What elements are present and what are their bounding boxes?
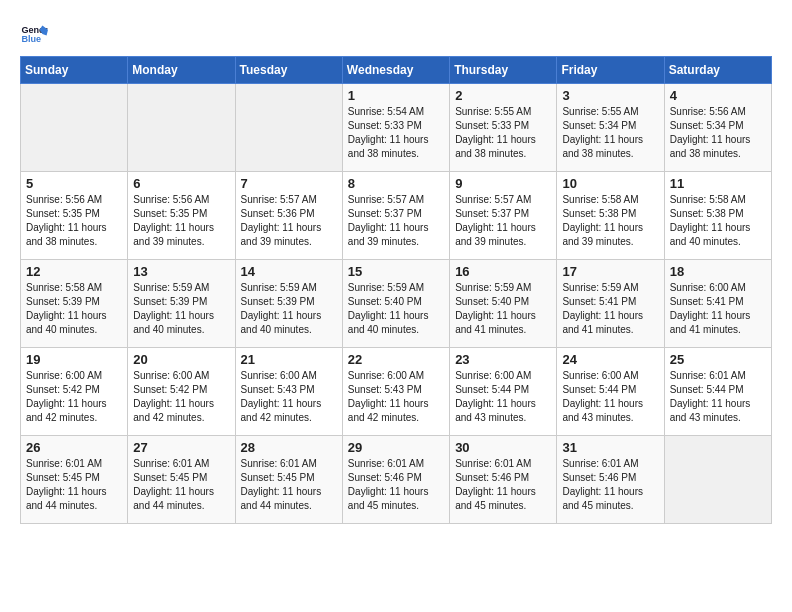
day-info: Sunrise: 5:59 AMSunset: 5:41 PMDaylight:…: [562, 281, 658, 337]
calendar-week-4: 26Sunrise: 6:01 AMSunset: 5:45 PMDayligh…: [21, 436, 772, 524]
day-number: 19: [26, 352, 122, 367]
calendar-cell: 23Sunrise: 6:00 AMSunset: 5:44 PMDayligh…: [450, 348, 557, 436]
calendar-table: SundayMondayTuesdayWednesdayThursdayFrid…: [20, 56, 772, 524]
day-info: Sunrise: 5:54 AMSunset: 5:33 PMDaylight:…: [348, 105, 444, 161]
calendar-cell: 6Sunrise: 5:56 AMSunset: 5:35 PMDaylight…: [128, 172, 235, 260]
calendar-cell: 24Sunrise: 6:00 AMSunset: 5:44 PMDayligh…: [557, 348, 664, 436]
day-number: 23: [455, 352, 551, 367]
day-info: Sunrise: 5:59 AMSunset: 5:40 PMDaylight:…: [348, 281, 444, 337]
calendar-cell: 15Sunrise: 5:59 AMSunset: 5:40 PMDayligh…: [342, 260, 449, 348]
day-info: Sunrise: 5:59 AMSunset: 5:40 PMDaylight:…: [455, 281, 551, 337]
day-info: Sunrise: 6:01 AMSunset: 5:45 PMDaylight:…: [241, 457, 337, 513]
day-number: 24: [562, 352, 658, 367]
day-info: Sunrise: 6:00 AMSunset: 5:43 PMDaylight:…: [348, 369, 444, 425]
calendar-cell: 17Sunrise: 5:59 AMSunset: 5:41 PMDayligh…: [557, 260, 664, 348]
calendar-cell: 11Sunrise: 5:58 AMSunset: 5:38 PMDayligh…: [664, 172, 771, 260]
day-info: Sunrise: 5:58 AMSunset: 5:39 PMDaylight:…: [26, 281, 122, 337]
header-saturday: Saturday: [664, 57, 771, 84]
day-number: 2: [455, 88, 551, 103]
day-number: 13: [133, 264, 229, 279]
day-info: Sunrise: 5:57 AMSunset: 5:37 PMDaylight:…: [455, 193, 551, 249]
logo: General Blue: [20, 20, 52, 48]
day-info: Sunrise: 5:59 AMSunset: 5:39 PMDaylight:…: [241, 281, 337, 337]
day-info: Sunrise: 6:00 AMSunset: 5:42 PMDaylight:…: [133, 369, 229, 425]
calendar-cell: 9Sunrise: 5:57 AMSunset: 5:37 PMDaylight…: [450, 172, 557, 260]
day-info: Sunrise: 6:01 AMSunset: 5:46 PMDaylight:…: [562, 457, 658, 513]
day-number: 17: [562, 264, 658, 279]
day-info: Sunrise: 5:56 AMSunset: 5:35 PMDaylight:…: [26, 193, 122, 249]
day-info: Sunrise: 5:57 AMSunset: 5:37 PMDaylight:…: [348, 193, 444, 249]
calendar-cell: [664, 436, 771, 524]
calendar-cell: 31Sunrise: 6:01 AMSunset: 5:46 PMDayligh…: [557, 436, 664, 524]
calendar-cell: 27Sunrise: 6:01 AMSunset: 5:45 PMDayligh…: [128, 436, 235, 524]
day-number: 10: [562, 176, 658, 191]
day-number: 29: [348, 440, 444, 455]
header-thursday: Thursday: [450, 57, 557, 84]
day-number: 28: [241, 440, 337, 455]
day-info: Sunrise: 6:01 AMSunset: 5:46 PMDaylight:…: [455, 457, 551, 513]
calendar-cell: [235, 84, 342, 172]
calendar-cell: [128, 84, 235, 172]
day-number: 22: [348, 352, 444, 367]
day-number: 15: [348, 264, 444, 279]
day-number: 7: [241, 176, 337, 191]
day-number: 12: [26, 264, 122, 279]
calendar-week-2: 12Sunrise: 5:58 AMSunset: 5:39 PMDayligh…: [21, 260, 772, 348]
calendar-cell: 25Sunrise: 6:01 AMSunset: 5:44 PMDayligh…: [664, 348, 771, 436]
calendar-cell: 26Sunrise: 6:01 AMSunset: 5:45 PMDayligh…: [21, 436, 128, 524]
day-info: Sunrise: 5:59 AMSunset: 5:39 PMDaylight:…: [133, 281, 229, 337]
day-info: Sunrise: 6:00 AMSunset: 5:44 PMDaylight:…: [562, 369, 658, 425]
day-info: Sunrise: 6:01 AMSunset: 5:45 PMDaylight:…: [26, 457, 122, 513]
day-info: Sunrise: 6:00 AMSunset: 5:42 PMDaylight:…: [26, 369, 122, 425]
day-number: 18: [670, 264, 766, 279]
day-info: Sunrise: 6:01 AMSunset: 5:44 PMDaylight:…: [670, 369, 766, 425]
calendar-cell: 16Sunrise: 5:59 AMSunset: 5:40 PMDayligh…: [450, 260, 557, 348]
day-number: 14: [241, 264, 337, 279]
day-info: Sunrise: 5:55 AMSunset: 5:33 PMDaylight:…: [455, 105, 551, 161]
day-number: 8: [348, 176, 444, 191]
header-sunday: Sunday: [21, 57, 128, 84]
day-info: Sunrise: 6:00 AMSunset: 5:41 PMDaylight:…: [670, 281, 766, 337]
page-header: General Blue: [20, 20, 772, 48]
calendar-cell: 28Sunrise: 6:01 AMSunset: 5:45 PMDayligh…: [235, 436, 342, 524]
calendar-cell: 1Sunrise: 5:54 AMSunset: 5:33 PMDaylight…: [342, 84, 449, 172]
header-monday: Monday: [128, 57, 235, 84]
day-number: 27: [133, 440, 229, 455]
day-info: Sunrise: 5:57 AMSunset: 5:36 PMDaylight:…: [241, 193, 337, 249]
calendar-cell: 13Sunrise: 5:59 AMSunset: 5:39 PMDayligh…: [128, 260, 235, 348]
day-number: 11: [670, 176, 766, 191]
day-info: Sunrise: 6:01 AMSunset: 5:46 PMDaylight:…: [348, 457, 444, 513]
calendar-cell: 30Sunrise: 6:01 AMSunset: 5:46 PMDayligh…: [450, 436, 557, 524]
calendar-cell: 7Sunrise: 5:57 AMSunset: 5:36 PMDaylight…: [235, 172, 342, 260]
calendar-week-1: 5Sunrise: 5:56 AMSunset: 5:35 PMDaylight…: [21, 172, 772, 260]
calendar-cell: 14Sunrise: 5:59 AMSunset: 5:39 PMDayligh…: [235, 260, 342, 348]
calendar-week-3: 19Sunrise: 6:00 AMSunset: 5:42 PMDayligh…: [21, 348, 772, 436]
calendar-cell: 12Sunrise: 5:58 AMSunset: 5:39 PMDayligh…: [21, 260, 128, 348]
calendar-cell: [21, 84, 128, 172]
day-info: Sunrise: 5:56 AMSunset: 5:34 PMDaylight:…: [670, 105, 766, 161]
calendar-week-0: 1Sunrise: 5:54 AMSunset: 5:33 PMDaylight…: [21, 84, 772, 172]
calendar-cell: 19Sunrise: 6:00 AMSunset: 5:42 PMDayligh…: [21, 348, 128, 436]
day-info: Sunrise: 5:55 AMSunset: 5:34 PMDaylight:…: [562, 105, 658, 161]
day-info: Sunrise: 5:58 AMSunset: 5:38 PMDaylight:…: [670, 193, 766, 249]
day-number: 6: [133, 176, 229, 191]
header-tuesday: Tuesday: [235, 57, 342, 84]
day-number: 30: [455, 440, 551, 455]
day-number: 21: [241, 352, 337, 367]
calendar-cell: 21Sunrise: 6:00 AMSunset: 5:43 PMDayligh…: [235, 348, 342, 436]
day-number: 31: [562, 440, 658, 455]
day-info: Sunrise: 5:58 AMSunset: 5:38 PMDaylight:…: [562, 193, 658, 249]
calendar-cell: 18Sunrise: 6:00 AMSunset: 5:41 PMDayligh…: [664, 260, 771, 348]
calendar-cell: 4Sunrise: 5:56 AMSunset: 5:34 PMDaylight…: [664, 84, 771, 172]
calendar-header-row: SundayMondayTuesdayWednesdayThursdayFrid…: [21, 57, 772, 84]
logo-icon: General Blue: [20, 20, 48, 48]
calendar-cell: 20Sunrise: 6:00 AMSunset: 5:42 PMDayligh…: [128, 348, 235, 436]
day-number: 3: [562, 88, 658, 103]
day-number: 16: [455, 264, 551, 279]
day-info: Sunrise: 6:00 AMSunset: 5:43 PMDaylight:…: [241, 369, 337, 425]
calendar-cell: 22Sunrise: 6:00 AMSunset: 5:43 PMDayligh…: [342, 348, 449, 436]
svg-text:Blue: Blue: [21, 34, 41, 44]
day-info: Sunrise: 6:01 AMSunset: 5:45 PMDaylight:…: [133, 457, 229, 513]
calendar-cell: 8Sunrise: 5:57 AMSunset: 5:37 PMDaylight…: [342, 172, 449, 260]
day-number: 25: [670, 352, 766, 367]
